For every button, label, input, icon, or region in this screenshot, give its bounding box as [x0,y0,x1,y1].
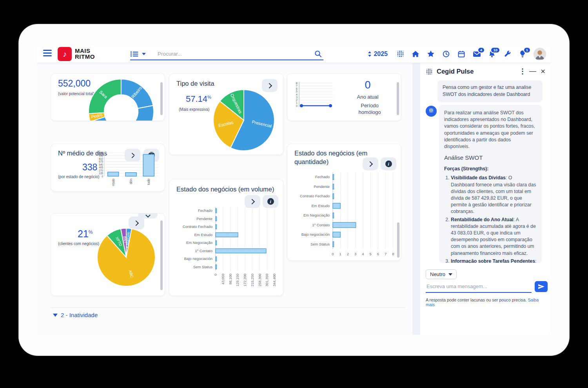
swot-list-item: Informação sobre Tarefas Pendentes: A pr… [451,258,537,263]
list-view-caret-icon[interactable] [142,53,146,55]
section-toggle-inatividade[interactable]: 2 - Inatividade [53,312,98,318]
card-scrollbar[interactable] [397,82,399,115]
search-input[interactable] [148,51,312,57]
clock-icon[interactable] [442,50,450,58]
music-note-icon: ♪ [63,50,67,59]
mail-icon[interactable]: 4 [472,50,481,58]
svg-text:Sem Status: Sem Status [193,265,212,269]
card-scrollbar[interactable] [160,82,163,115]
panel-gutter [412,63,420,335]
triangle-down-icon [53,314,58,317]
apps-grid-icon[interactable] [396,50,405,58]
svg-text:1º Contato: 1º Contato [312,223,330,227]
estado-quantidade-title: Estado dos negócios (em quantidade) [294,149,373,166]
year-selector[interactable]: 2025 [368,51,388,58]
card-scrollbar[interactable] [160,220,163,290]
estado-volume-title: Estado dos negócios (em volume) [176,186,274,193]
info-icon: i [267,198,274,205]
page-background: ♪ MAISRITMO 2025 [0,0,588,388]
svg-text:0: 0 [102,175,103,178]
svg-text:dón: dón [129,179,133,184]
svg-text:129,150: 129,150 [236,274,240,287]
svg-text:3: 3 [354,252,356,256]
ano-atual-label1: Ano atual [346,94,389,100]
clientes-info-button-clipped[interactable] [138,213,158,218]
svg-text:7: 7 [296,85,298,87]
svg-text:Em Negociação: Em Negociação [186,240,212,245]
svg-text:Em Negociação: Em Negociação [303,213,330,217]
card-scrollbar[interactable] [397,222,399,258]
svg-text:258,300: 258,300 [258,274,262,287]
svg-text:6: 6 [296,87,298,90]
svg-text:135: 135 [99,172,103,175]
clientes-pie-chart: F.MarceloABCXPTOBNT [96,227,156,287]
dashboard-area: 552,000 (valor potencial total) RibeiroP… [37,63,412,335]
svg-text:0: 0 [332,252,334,256]
estado-quantidade-info-button[interactable]: i [381,157,396,170]
assistant-avatar [426,106,437,117]
svg-text:810: 810 [99,157,103,160]
svg-text:Em Estudo: Em Estudo [312,204,330,208]
svg-text:405: 405 [99,166,103,169]
search-icon[interactable] [314,50,322,58]
svg-text:Em Estudo: Em Estudo [194,233,212,237]
svg-text:945: 945 [99,154,103,157]
search-bar [130,48,323,60]
calendar-icon[interactable] [457,50,466,58]
home-icon[interactable] [411,50,420,58]
svg-text:Contrato Fechado: Contrato Fechado [300,194,330,198]
tipo-visita-pie-chart: PresencialEscolasOrquestras [212,89,275,152]
mais-ritmo-logo-text: MAISRITMO [75,48,95,60]
svg-text:7: 7 [385,252,387,256]
assistant-message-bubble: Para realizar uma análise SWOT dos indic… [439,105,542,263]
svg-text:0: 0 [296,105,298,107]
svg-text:6: 6 [377,252,379,256]
card-medio-dias: Nº médio de dias i 338 (por estado de ne… [51,144,165,191]
send-button[interactable] [535,281,548,292]
svg-text:8: 8 [392,252,394,256]
minimize-icon[interactable]: — [529,67,537,75]
kebab-menu-icon[interactable]: ⋮ [519,67,526,76]
topbar-right-icons: 2025 4 10 [368,45,546,63]
idea-bulb-icon[interactable]: 1 [518,50,527,58]
ano-atual-value: 0 [346,79,389,91]
notifications-bell-icon[interactable]: 10 [488,50,496,58]
svg-text:BNT: BNT [122,236,127,244]
svg-text:301,350: 301,350 [265,274,269,287]
estado-quantidade-expand-button[interactable] [363,157,378,170]
tipo-visita-title: Tipo de visita [176,80,214,87]
wrench-icon[interactable] [503,50,512,58]
send-plane-icon [538,284,545,289]
card-tipo-visita: Tipo de visita 57.14% (Mais expressiva) … [169,74,283,155]
chevron-right-icon [133,220,138,226]
chat-header: Cegid Pulse ⋮ — × [420,65,551,78]
list-view-icon[interactable] [130,51,140,57]
tone-selector[interactable]: Neutro [426,269,457,279]
swot-list: Visibilidade das Dívidas: O Dashboard fo… [444,175,537,263]
svg-text:Bajo negociación: Bajo negociación [301,232,330,236]
star-icon[interactable] [426,50,435,58]
chat-message-input[interactable] [426,280,532,293]
swot-heading: Análise SWOT [444,153,537,162]
card-ano-atual: 876543210 0 Ano atual Período homólogo [287,74,401,121]
hamburger-menu-icon[interactable] [43,50,52,57]
svg-text:8: 8 [296,82,298,85]
svg-text:tudo: tudo [147,179,151,185]
top-navigation-bar: ♪ MAISRITMO 2025 [37,45,551,63]
svg-text:86,100: 86,100 [229,274,232,285]
swot-subheading: Forças (Strengths): [444,166,537,172]
ano-atual-label2: Período homólogo [352,103,387,116]
user-message-bubble: Pensa como um gestor e faz uma analise S… [437,80,543,102]
close-icon[interactable]: × [539,67,547,76]
info-icon: i [385,161,392,167]
cegid-dots-icon [428,108,434,115]
estado-quantidade-bar-chart: FechadoPendenteContrato FechadoEm Estudo… [292,171,396,258]
svg-text:4: 4 [362,252,364,256]
user-avatar[interactable] [534,48,546,60]
tablet-frame: ♪ MAISRITMO 2025 [19,24,569,356]
mais-ritmo-logo-icon: ♪ [58,47,72,61]
card-clientes-negocios: 21% (clientes com negócios) F.MarceloABC… [51,213,165,296]
svg-text:3: 3 [296,96,298,99]
svg-text:Pendente: Pendente [196,217,212,221]
svg-text:1: 1 [339,252,341,256]
